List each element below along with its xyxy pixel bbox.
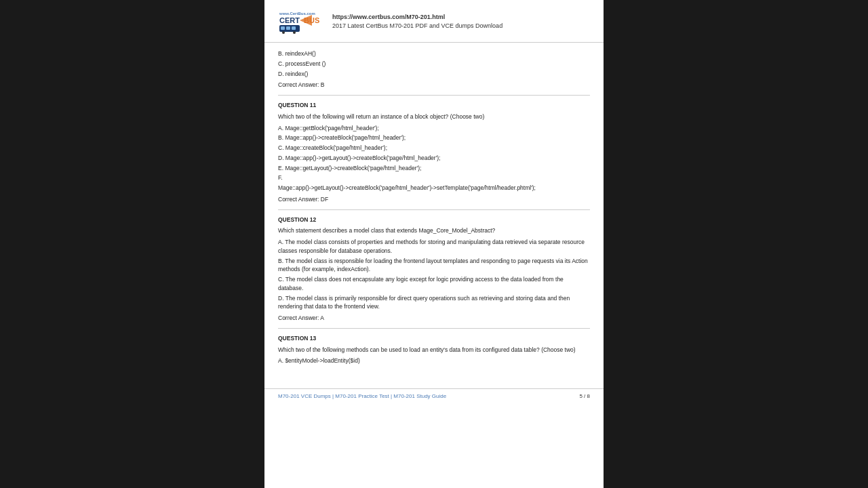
- q11-option-f-label: F.: [278, 174, 590, 182]
- svg-text:www.CertBus.com: www.CertBus.com: [279, 12, 315, 16]
- q13-option-a: A. $entityModel->loadEntity($id): [278, 357, 590, 365]
- footer-link-practice[interactable]: M70-201 Practice Test: [335, 393, 389, 399]
- question-13-text: Which two of the following methods can b…: [278, 346, 590, 354]
- divider-2: [278, 209, 590, 210]
- preceding-answer-c: C. processEvent (): [278, 60, 590, 68]
- logo-area: www.CertBus.com CERT BUS https://www.cer…: [278, 8, 502, 35]
- q11-option-c: C. Mage::createBlock('page/html_header')…: [278, 144, 590, 152]
- header-url: https://www.certbus.com/M70-201.html: [332, 13, 502, 22]
- footer-links: M70-201 VCE Dumps | M70-201 Practice Tes…: [278, 393, 446, 399]
- footer-link-vce[interactable]: M70-201 VCE Dumps: [278, 393, 331, 399]
- svg-rect-4: [281, 26, 285, 30]
- q12-option-b: B. The model class is responsible for lo…: [278, 257, 590, 274]
- page-header: www.CertBus.com CERT BUS https://www.cer…: [264, 0, 604, 43]
- svg-text:CERT: CERT: [279, 16, 300, 24]
- preceding-answer-b: B. reindexAH(): [278, 49, 590, 58]
- q11-option-f-text: Mage::app()->getLayout()->createBlock('p…: [278, 184, 590, 192]
- page-container: www.CertBus.com CERT BUS https://www.cer…: [264, 0, 604, 488]
- divider-3: [278, 328, 590, 329]
- svg-point-7: [282, 31, 285, 34]
- q11-option-b: B. Mage::app()->createBlock('page/html_h…: [278, 134, 590, 142]
- q11-option-d: D. Mage::app()->getLayout()->createBlock…: [278, 154, 590, 163]
- q12-correct: Correct Answer: A: [278, 314, 590, 323]
- svg-point-8: [293, 31, 296, 34]
- question-12-text: Which statement describes a model class …: [278, 226, 590, 235]
- question-11-block: QUESTION 11 Which two of the following w…: [278, 101, 590, 204]
- content-area: B. reindexAH() C. processEvent () D. rei…: [264, 43, 604, 383]
- q12-option-c: C. The model class does not encapsulate …: [278, 275, 590, 293]
- q12-option-a: A. The model class consists of propertie…: [278, 238, 590, 256]
- question-13-block: QUESTION 13 Which two of the following m…: [278, 334, 590, 365]
- certbus-logo: www.CertBus.com CERT BUS: [278, 8, 326, 35]
- q12-option-d: D. The model class is primarily responsi…: [278, 294, 590, 312]
- q11-option-e: E. Mage::getLayout()->createBlock('page/…: [278, 164, 590, 173]
- question-11-title: QUESTION 11: [278, 101, 590, 110]
- question-12-title: QUESTION 12: [278, 216, 590, 224]
- question-13-title: QUESTION 13: [278, 334, 590, 343]
- footer-link-study[interactable]: M70-201 Study Guide: [393, 393, 446, 399]
- divider-1: [278, 95, 590, 96]
- header-subtitle: 2017 Latest CertBus M70-201 PDF and VCE …: [332, 22, 502, 31]
- question-11-text: Which two of the following will return a…: [278, 113, 590, 121]
- q11-correct: Correct Answer: DF: [278, 195, 590, 204]
- page-footer: M70-201 VCE Dumps | M70-201 Practice Tes…: [264, 388, 604, 403]
- footer-page-number: 5 / 8: [579, 393, 590, 399]
- q11-option-a: A. Mage::getBlock('page/html_header');: [278, 124, 590, 133]
- question-12-block: QUESTION 12 Which statement describes a …: [278, 216, 590, 323]
- svg-rect-6: [292, 26, 296, 30]
- preceding-correct: Correct Answer: B: [278, 81, 590, 89]
- preceding-answer-d: D. reindex(): [278, 70, 590, 79]
- header-text: https://www.certbus.com/M70-201.html 201…: [332, 13, 502, 31]
- svg-rect-5: [286, 26, 290, 30]
